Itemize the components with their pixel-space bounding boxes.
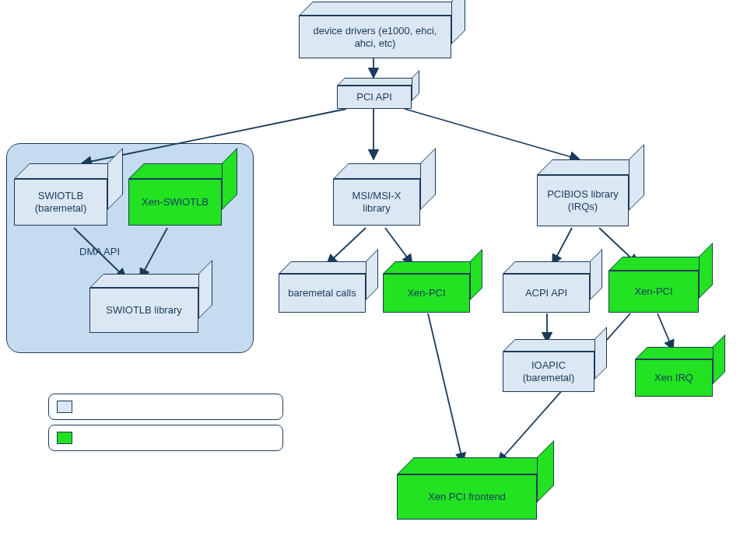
node-label: Xen PCI frontend <box>428 491 506 503</box>
node-label: Xen-PCI <box>634 285 672 298</box>
label-dma-api: DMA API <box>79 246 120 257</box>
node-label: device drivers (e1000, ehci, ahci, etc) <box>304 25 446 49</box>
node-label: ACPI API <box>525 287 567 299</box>
node-label: MSI/MSI-X library <box>338 190 415 214</box>
node-label: Xen-SWIOTLB <box>142 196 209 208</box>
node-label: Xen IRQ <box>654 372 693 384</box>
legend-green <box>48 425 283 451</box>
node-label: Xen-PCI <box>407 287 445 299</box>
node-label: baremetal calls <box>288 287 356 299</box>
svg-line-11 <box>658 313 673 350</box>
svg-line-8 <box>552 228 572 264</box>
svg-line-7 <box>385 228 412 264</box>
node-label: SWIOTLB library <box>106 304 182 317</box>
node-label: PCIBIOS library (IRQs) <box>542 188 623 212</box>
svg-line-12 <box>428 313 463 463</box>
node-label: IOAPIC (baremetal) <box>508 359 589 383</box>
legend-swatch-green <box>57 432 72 444</box>
legend-blue <box>48 394 283 420</box>
node-label: SWIOTLB (baremetal) <box>19 190 102 214</box>
diagram-stage: device drivers (e1000, ehci, ahci, etc) … <box>0 0 747 560</box>
legend-swatch-blue <box>57 401 72 413</box>
node-label: PCI API <box>356 91 392 103</box>
svg-line-6 <box>327 228 366 264</box>
